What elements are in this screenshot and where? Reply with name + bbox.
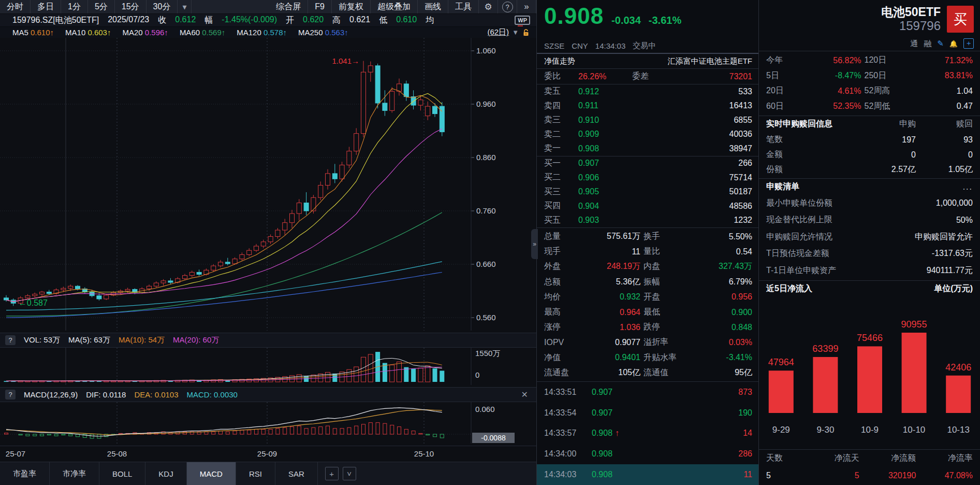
period-tab-5分[interactable]: 5分 [88,0,115,13]
gear-icon[interactable]: ⚙ [479,0,498,13]
ma-label: MA10 [65,28,87,37]
svg-text:0.960: 0.960 [476,99,496,108]
more-icon[interactable]: » [517,0,536,13]
svg-text:1550万: 1550万 [475,349,500,358]
book-price: 0.904 [578,202,632,211]
indicator-tab-RSI[interactable]: RSI [236,462,275,485]
add-watchlist-icon[interactable]: ＋ [963,38,974,49]
ma-label: MA5 [12,28,31,37]
unlock-icon[interactable] [522,28,530,37]
bid-row-4[interactable]: 买四0.90448586 [537,199,758,213]
book-volume: 75714 [729,173,753,182]
macd-chart[interactable]: 0.060-0.0088 [0,402,536,444]
period-tab-30分[interactable]: 30分 [147,0,178,13]
stat-label: 最低 [643,307,688,318]
etf-name: 电池50ETF [881,5,941,19]
ask-row-2[interactable]: 卖二0.90940036 [537,127,758,142]
tool-tab-前复权[interactable]: 前复权 [332,0,371,13]
net-inflow-section: 近5日净流入 单位(万元) 479649-29633999-307546610-… [759,281,980,485]
indicator-tab-MACD[interactable]: MACD [187,462,236,485]
tool-tab-综合屏[interactable]: 综合屏 [269,0,308,13]
svg-text:1.041→: 1.041→ [332,56,359,65]
margin-rong-link[interactable]: 融 [924,39,931,49]
panel-collapse-handle[interactable]: » [531,229,538,259]
stat-row-6: 涨停1.036跌停0.848 [537,320,758,335]
tool-tab-工具[interactable]: 工具 [448,0,479,13]
price-change-pct: -3.61% [649,15,681,26]
wp-monitor-icon[interactable]: WP [515,16,530,25]
close-icon[interactable]: ✕ [521,390,531,400]
period-tab-多日[interactable]: 多日 [31,0,61,13]
ask-row-4[interactable]: 卖四0.91116413 [537,99,758,113]
indicator-tab-BOLL[interactable]: BOLL [99,462,145,485]
stat-value: 327.43万 [691,261,752,272]
buy-button[interactable]: 买 [947,6,974,33]
stat-label: 净值 [544,352,576,363]
bid-book: 买一0.907266买二0.90675714买三0.90550187买四0.90… [537,156,758,228]
performance-grid: 今年56.82%120日71.32%5日-8.47%250日83.81%20日4… [759,51,980,116]
tool-tab-F9[interactable]: F9 [308,0,332,13]
ask-row-5[interactable]: 卖五0.912533 [537,84,758,99]
collapse-pane-icon[interactable]: ˅ [343,467,356,480]
macd-help-icon[interactable]: ? [5,390,16,400]
perf-row-3: 60日52.35%52周低0.47 [759,99,980,115]
more-icon[interactable]: ... [963,182,973,192]
stat-label: 溢折率 [643,337,688,348]
ma-value: 0.610↑ [31,28,54,37]
indicator-tab-市盈率[interactable]: 市盈率 [0,462,50,485]
redeem-value: 1,000,000 [936,198,973,208]
vol-help-icon[interactable]: ? [5,335,16,345]
stat-label: 换手 [643,231,688,242]
help-icon[interactable]: ? [498,0,517,13]
volume-chart[interactable]: 1550万0 [0,348,536,385]
stat-value: 6.79% [691,277,752,287]
svg-text:10-10: 10-10 [903,425,925,435]
etf-code: 159796 [881,19,941,33]
ask-row-3[interactable]: 卖三0.9106855 [537,113,758,127]
indicator-tab-SAR[interactable]: SAR [275,462,318,485]
period-tab-分时[interactable]: 分时 [0,0,31,13]
tick-time: 14:34:03 [544,470,592,479]
book-level-label: 买二 [544,172,578,183]
subscribe-value: 0 [859,150,916,160]
perf-label: 今年 [766,55,796,66]
nav-trend-link[interactable]: 净值走势 [544,56,575,66]
bid-row-2[interactable]: 买二0.90675714 [537,170,758,185]
edit-icon[interactable]: ✎ [937,39,944,48]
stat-label: 升贴水率 [643,352,688,363]
margin-tong-link[interactable]: 通 [910,39,918,49]
ma-label: MA20 [122,28,144,37]
fund-name: 汇添富中证电池主题ETF [668,56,752,66]
period-selector[interactable]: (62日) ▼ [487,27,530,37]
period-tab-15分[interactable]: 15分 [115,0,147,13]
candlestick-chart[interactable]: 1.0600.9600.8600.7600.6600.5601.041→←0.5… [0,38,536,331]
tool-tab-画线[interactable]: 画线 [418,0,448,13]
net-inflow-bars: 479649-29633999-307546610-99095510-10424… [759,294,980,449]
redeem-row-4: T-1日单位申赎资产940111.77元 [759,262,980,279]
ask-row-1[interactable]: 卖一0.90838947 [537,141,758,156]
stat-label: 振幅 [643,277,688,288]
exchange-seg-0: SZSE [544,41,564,50]
toolbar-spacer [192,0,269,13]
subscription-header: 实时申购赎回信息 申购 赎回 [759,116,980,132]
subscribe-value: 2.57亿 [859,164,916,175]
tick-volume: 11 [743,470,752,479]
bid-row-5[interactable]: 买五0.9031232 [537,213,758,228]
perf-value: 4.61% [799,87,861,96]
period-tab-1分[interactable]: 1分 [61,0,88,13]
indicator-tab-KDJ[interactable]: KDJ [145,462,186,485]
indicator-tab-市净率[interactable]: 市净率 [50,462,99,485]
macd-seg-3: MACD: 0.0030 [187,390,238,399]
bid-row-3[interactable]: 买三0.90550187 [537,185,758,199]
redeem-list-title: 申赎清单 [766,181,799,192]
add-pane-icon[interactable]: + [325,467,339,480]
alert-bell-icon[interactable]: 🔔 [949,40,958,48]
perf-label: 60日 [766,101,796,112]
macd-pane-header: ? MACD(12,26,9)DIF: 0.0118DEA: 0.0103MAC… [0,387,536,402]
tool-tab-超级叠加[interactable]: 超级叠加 [371,0,418,13]
bid-row-1[interactable]: 买一0.907266 [537,156,758,171]
tick-volume: 190 [738,408,752,418]
weibi-value: 26.26% [578,72,632,81]
period-dropdown-icon[interactable]: ▾ [178,0,192,13]
perf-value: -8.47% [799,71,861,80]
